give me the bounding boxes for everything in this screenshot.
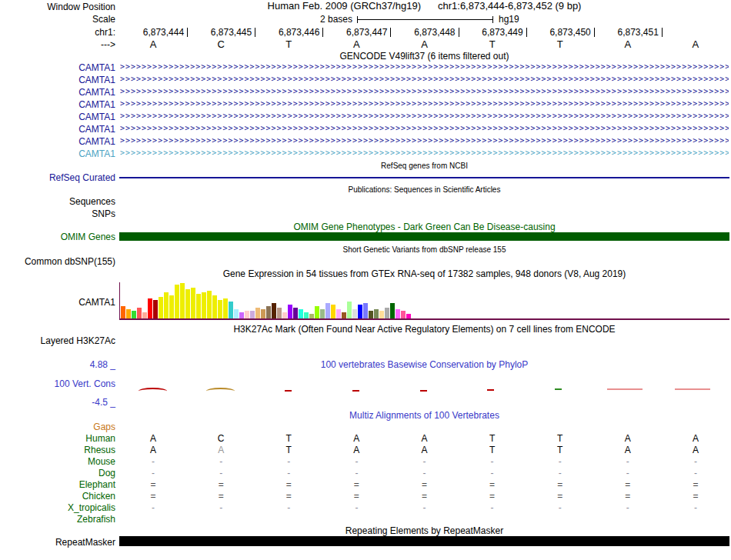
- gtex-tissue-bar[interactable]: [202, 292, 206, 318]
- gene-label[interactable]: CAMTA1: [0, 124, 115, 135]
- gene-label[interactable]: CAMTA1: [0, 136, 115, 147]
- gtex-tissue-bar[interactable]: [126, 309, 131, 318]
- gtex-tissue-bar[interactable]: [245, 311, 249, 318]
- gene-label[interactable]: CAMTA1: [0, 112, 115, 122]
- gtex-tissue-bar[interactable]: [121, 306, 125, 318]
- gtex-tissue-bar[interactable]: [299, 309, 303, 318]
- gene-transcript-row[interactable]: >>>>>>>>>>>>>>>>>>>>>>>>>>>>>>>>>>>>>>>>…: [120, 62, 729, 72]
- phylop-title: 100 vertebrates Basewise Conservation by…: [119, 359, 729, 370]
- gtex-tissue-bar[interactable]: [282, 312, 287, 318]
- gtex-tissue-bar[interactable]: [207, 291, 212, 318]
- sidebar-refseq-curated[interactable]: RefSeq Curated: [0, 172, 115, 183]
- gene-label[interactable]: CAMTA1: [0, 99, 115, 110]
- gtex-tissue-bar[interactable]: [325, 303, 330, 318]
- gtex-tissue-bar[interactable]: [320, 309, 325, 318]
- species-label-chicken[interactable]: Chicken: [0, 491, 115, 502]
- gtex-tissue-bar[interactable]: [164, 292, 169, 318]
- gene-label[interactable]: CAMTA1: [0, 148, 115, 159]
- sidebar-omim-genes[interactable]: OMIM Genes: [0, 232, 115, 242]
- sidebar-layered-h3k27ac[interactable]: Layered H3K27Ac: [0, 335, 115, 346]
- gtex-tissue-bar[interactable]: [336, 309, 341, 318]
- gtex-tissue-bar[interactable]: [169, 295, 174, 318]
- gtex-tissue-bar[interactable]: [363, 303, 368, 318]
- gtex-tissue-bar[interactable]: [218, 300, 222, 318]
- gtex-tissue-bar[interactable]: [293, 308, 298, 318]
- gtex-tissue-bar[interactable]: [239, 312, 244, 318]
- gtex-tissue-bar[interactable]: [266, 306, 271, 318]
- gene-transcript-row[interactable]: >>>>>>>>>>>>>>>>>>>>>>>>>>>>>>>>>>>>>>>>…: [120, 87, 729, 97]
- gtex-tissue-bar[interactable]: [175, 285, 179, 318]
- gtex-tissue-bar[interactable]: [347, 302, 352, 318]
- gtex-tissue-bar[interactable]: [401, 311, 406, 318]
- species-label-rhesus[interactable]: Rhesus: [0, 445, 115, 455]
- gtex-tissue-bar[interactable]: [261, 309, 265, 318]
- gtex-tissue-bar[interactable]: [255, 308, 260, 318]
- gene-transcript-row[interactable]: >>>>>>>>>>>>>>>>>>>>>>>>>>>>>>>>>>>>>>>>…: [120, 75, 729, 85]
- species-label-dog[interactable]: Dog: [0, 468, 115, 478]
- gtex-tissue-bar[interactable]: [272, 303, 276, 318]
- gtex-tissue-bar[interactable]: [374, 309, 379, 318]
- alignment-cell: T: [279, 445, 298, 455]
- sidebar-snps[interactable]: SNPs: [0, 208, 115, 219]
- gtex-tissue-bar[interactable]: [191, 288, 195, 318]
- alignment-cell: -: [144, 502, 162, 513]
- publications-title: Publications: Sequences in Scientific Ar…: [119, 185, 729, 195]
- species-label-elephant[interactable]: Elephant: [0, 479, 115, 490]
- position-range: chr1:6,873,444-6,873,452 (9 bp): [438, 0, 581, 12]
- gtex-tissue-bar[interactable]: [185, 289, 190, 318]
- alignment-cell: =: [416, 491, 434, 502]
- sidebar-gaps[interactable]: Gaps: [0, 422, 115, 432]
- gtex-tissue-bar[interactable]: [234, 309, 239, 318]
- gtex-tissue-bar[interactable]: [331, 305, 335, 318]
- gtex-tissue-bar[interactable]: [250, 311, 255, 318]
- gtex-tissue-bar[interactable]: [180, 283, 185, 318]
- sidebar-repeatmasker[interactable]: RepeatMasker: [0, 537, 115, 548]
- alignment-cell: -: [686, 468, 705, 478]
- gtex-tissue-bar[interactable]: [132, 311, 136, 318]
- gtex-tissue-bar[interactable]: [212, 295, 217, 318]
- gtex-tissue-bar[interactable]: [142, 312, 147, 318]
- gtex-tissue-bar[interactable]: [352, 309, 357, 318]
- gene-transcript-row[interactable]: >>>>>>>>>>>>>>>>>>>>>>>>>>>>>>>>>>>>>>>>…: [120, 112, 729, 122]
- gene-transcript-row[interactable]: >>>>>>>>>>>>>>>>>>>>>>>>>>>>>>>>>>>>>>>>…: [120, 148, 729, 158]
- species-label-human[interactable]: Human: [0, 433, 115, 444]
- gene-label[interactable]: CAMTA1: [0, 62, 115, 73]
- gene-label[interactable]: CAMTA1: [0, 87, 115, 98]
- repeatmasker-bar[interactable]: [119, 536, 729, 546]
- gtex-baseline[interactable]: [119, 318, 729, 320]
- gtex-tissue-bar[interactable]: [342, 312, 346, 318]
- gtex-tissue-bar[interactable]: [385, 308, 389, 318]
- gene-transcript-row[interactable]: >>>>>>>>>>>>>>>>>>>>>>>>>>>>>>>>>>>>>>>>…: [120, 136, 729, 146]
- refseq-gene-line[interactable]: [119, 177, 729, 178]
- gtex-tissue-bar[interactable]: [159, 297, 163, 318]
- sidebar-common-dbsnp[interactable]: Common dbSNP(155): [0, 256, 115, 267]
- gtex-tissue-bar[interactable]: [229, 302, 233, 318]
- gtex-tissue-bar[interactable]: [304, 312, 309, 318]
- gene-label[interactable]: CAMTA1: [0, 75, 115, 85]
- gtex-tissue-bar[interactable]: [315, 306, 319, 318]
- species-label-mouse[interactable]: Mouse: [0, 456, 115, 467]
- omim-gene-bar[interactable]: [119, 232, 729, 241]
- sidebar-sequences[interactable]: Sequences: [0, 196, 115, 207]
- species-label-x_tropicalis[interactable]: X_tropicalis: [0, 502, 115, 513]
- gtex-tissue-bar[interactable]: [223, 298, 228, 318]
- gtex-tissue-bar[interactable]: [369, 311, 373, 318]
- coordinate-label: 6,873,446: [273, 27, 319, 38]
- gene-transcript-row[interactable]: >>>>>>>>>>>>>>>>>>>>>>>>>>>>>>>>>>>>>>>>…: [120, 124, 729, 134]
- gtex-bar-chart[interactable]: [121, 280, 411, 318]
- gtex-tissue-bar[interactable]: [390, 303, 395, 318]
- gene-transcript-row[interactable]: >>>>>>>>>>>>>>>>>>>>>>>>>>>>>>>>>>>>>>>>…: [120, 99, 729, 109]
- alignment-cell: A: [416, 433, 434, 444]
- sidebar-gtex-gene[interactable]: CAMTA1: [0, 297, 115, 308]
- gtex-tissue-bar[interactable]: [137, 308, 142, 318]
- gtex-tissue-bar[interactable]: [288, 305, 292, 318]
- gtex-tissue-bar[interactable]: [148, 298, 152, 318]
- gtex-tissue-bar[interactable]: [396, 309, 400, 318]
- gtex-tissue-bar[interactable]: [379, 311, 384, 318]
- sidebar-vert-cons[interactable]: 100 Vert. Cons: [0, 378, 115, 389]
- gtex-tissue-bar[interactable]: [153, 300, 158, 318]
- gtex-tissue-bar[interactable]: [358, 305, 362, 318]
- gtex-tissue-bar[interactable]: [196, 294, 201, 318]
- species-label-zebrafish[interactable]: Zebrafish: [0, 514, 115, 525]
- gtex-tissue-bar[interactable]: [277, 308, 282, 318]
